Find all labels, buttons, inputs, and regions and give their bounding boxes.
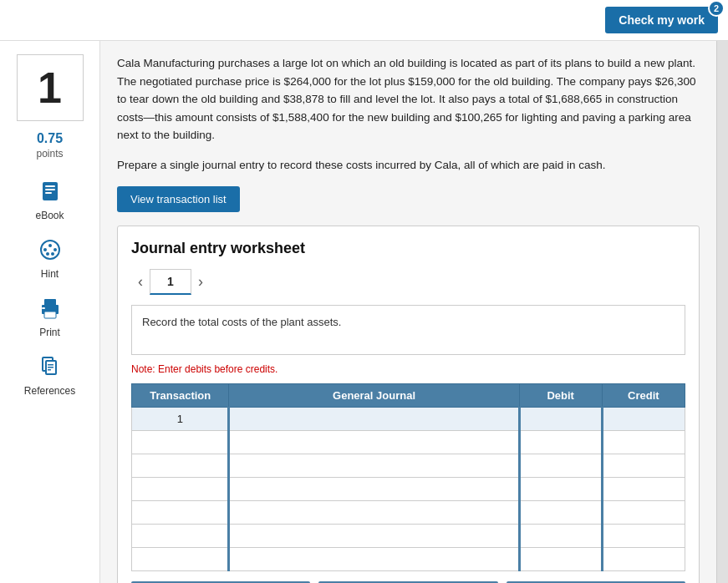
debit-input-5[interactable] xyxy=(521,501,601,524)
table-row xyxy=(132,477,685,500)
general-journal-cell[interactable] xyxy=(229,547,519,570)
credit-input-4[interactable] xyxy=(603,478,685,500)
debit-cell[interactable] xyxy=(519,547,602,570)
credit-cell[interactable] xyxy=(602,500,685,524)
scrollbar[interactable] xyxy=(716,41,728,583)
svg-point-8 xyxy=(46,252,49,256)
general-journal-cell[interactable] xyxy=(229,500,519,524)
table-row xyxy=(132,547,685,570)
sidebar-item-hint[interactable]: Hint xyxy=(35,235,65,280)
svg-rect-2 xyxy=(45,189,55,190)
general-journal-cell[interactable] xyxy=(229,477,519,500)
check-my-work-button[interactable]: Check my work 2 xyxy=(605,7,718,33)
record-description-text: Record the total costs of the plant asse… xyxy=(142,316,341,328)
credit-input-7[interactable] xyxy=(603,548,685,570)
svg-rect-13 xyxy=(42,307,45,309)
general-journal-cell[interactable] xyxy=(229,407,519,430)
ebook-label: eBook xyxy=(35,210,64,221)
debit-cell[interactable] xyxy=(519,500,602,524)
svg-rect-16 xyxy=(48,364,53,366)
general-journal-cell[interactable] xyxy=(229,454,519,477)
general-journal-cell[interactable] xyxy=(229,430,519,454)
col-transaction: Transaction xyxy=(132,383,229,407)
general-journal-input-7[interactable] xyxy=(230,548,517,570)
tab-navigation: ‹ 1 › xyxy=(131,269,685,295)
credit-input-6[interactable] xyxy=(603,525,685,547)
debit-input-3[interactable] xyxy=(521,454,601,477)
transaction-cell xyxy=(132,524,229,547)
note-text: Note: Enter debits before credits. xyxy=(131,363,685,375)
debit-cell[interactable] xyxy=(519,524,602,547)
worksheet-title: Journal entry worksheet xyxy=(131,240,685,257)
debit-input-2[interactable] xyxy=(521,431,601,454)
tab-1[interactable]: 1 xyxy=(150,269,191,295)
svg-point-9 xyxy=(51,252,54,256)
svg-rect-3 xyxy=(45,192,52,194)
debit-input-7[interactable] xyxy=(521,548,601,570)
transaction-cell xyxy=(132,500,229,524)
view-transaction-label: View transaction list xyxy=(130,193,227,205)
credit-cell[interactable] xyxy=(602,524,685,547)
debit-cell[interactable] xyxy=(519,454,602,477)
general-journal-input-4[interactable] xyxy=(230,478,517,500)
references-icon xyxy=(35,352,65,382)
credit-input-3[interactable] xyxy=(603,454,685,477)
sidebar-item-ebook[interactable]: eBook xyxy=(35,176,65,221)
debit-cell[interactable] xyxy=(519,430,602,454)
credit-input-5[interactable] xyxy=(603,501,685,524)
credit-cell[interactable] xyxy=(602,547,685,570)
credit-input-2[interactable] xyxy=(603,431,685,454)
credit-cell[interactable] xyxy=(602,477,685,500)
general-journal-input-1[interactable] xyxy=(230,408,517,430)
question-number: 1 xyxy=(38,63,62,113)
general-journal-input-2[interactable] xyxy=(230,431,517,454)
svg-rect-12 xyxy=(44,312,56,318)
notification-badge: 2 xyxy=(708,0,725,17)
credit-cell[interactable] xyxy=(602,454,685,477)
journal-table: Transaction General Journal Debit Credit… xyxy=(131,383,685,571)
view-transaction-button[interactable]: View transaction list xyxy=(117,186,240,212)
book-icon xyxy=(35,176,65,206)
col-debit: Debit xyxy=(519,383,602,407)
table-row: 1 xyxy=(132,407,685,430)
svg-point-6 xyxy=(43,248,47,251)
print-label: Print xyxy=(39,327,60,338)
sidebar-item-references[interactable]: References xyxy=(24,352,75,397)
transaction-cell xyxy=(132,547,229,570)
print-icon xyxy=(35,293,65,323)
record-description: Record the total costs of the plant asse… xyxy=(131,305,685,355)
table-row xyxy=(132,430,685,454)
credit-cell[interactable] xyxy=(602,407,685,430)
general-journal-input-3[interactable] xyxy=(230,454,517,477)
debit-cell[interactable] xyxy=(519,477,602,500)
col-credit: Credit xyxy=(602,383,685,407)
tab-next-button[interactable]: › xyxy=(191,270,210,294)
points-label: points xyxy=(36,148,63,160)
left-sidebar: 1 0.75 points eBook xyxy=(0,41,100,583)
hint-label: Hint xyxy=(41,268,59,280)
debit-input-6[interactable] xyxy=(521,525,601,547)
svg-rect-18 xyxy=(48,369,51,371)
sidebar-item-print[interactable]: Print xyxy=(35,293,65,338)
credit-input-1[interactable] xyxy=(603,408,685,430)
points-value: 0.75 xyxy=(37,131,63,146)
svg-rect-17 xyxy=(48,367,53,368)
debit-input-4[interactable] xyxy=(521,478,601,500)
general-journal-input-5[interactable] xyxy=(230,501,517,524)
question-number-box: 1 xyxy=(17,54,84,121)
prepare-text: Prepare a single journal entry to record… xyxy=(117,156,700,175)
debit-cell[interactable] xyxy=(519,407,602,430)
svg-rect-1 xyxy=(45,185,55,187)
general-journal-cell[interactable] xyxy=(229,524,519,547)
references-label: References xyxy=(24,385,75,397)
general-journal-input-6[interactable] xyxy=(230,525,517,547)
hint-icon xyxy=(35,235,65,265)
check-my-work-label: Check my work xyxy=(619,13,705,27)
main-layout: 1 0.75 points eBook xyxy=(0,41,728,583)
content-area: Cala Manufacturing purchases a large lot… xyxy=(100,41,716,583)
transaction-cell xyxy=(132,477,229,500)
tab-prev-button[interactable]: ‹ xyxy=(131,270,150,294)
credit-cell[interactable] xyxy=(602,430,685,454)
transaction-cell: 1 xyxy=(132,407,229,430)
debit-input-1[interactable] xyxy=(521,408,601,430)
